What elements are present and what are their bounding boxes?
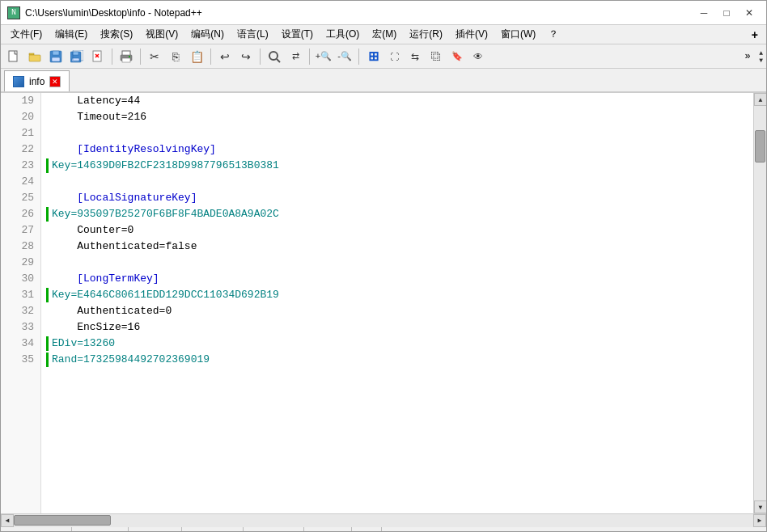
window-controls: ─ □ ✕ [693, 5, 760, 21]
vertical-scrollbar[interactable]: ▲ ▼ [753, 93, 766, 513]
code-line [46, 255, 753, 271]
code-text: Latency=44 [52, 93, 140, 109]
tb-replace-button[interactable]: ⇄ [286, 47, 305, 66]
svg-rect-2 [29, 55, 40, 61]
menu-add[interactable]: + [747, 27, 763, 43]
code-text: Authenticated=false [52, 239, 197, 255]
menu-encoding[interactable]: 编码(N) [184, 26, 231, 43]
code-line [46, 174, 753, 190]
tb-clone-button[interactable]: ⿻ [426, 47, 446, 66]
tb-zoomin-button[interactable]: +🔍 [314, 47, 333, 66]
svg-rect-4 [53, 51, 59, 55]
scroll-up-arrow[interactable]: ▲ [754, 93, 766, 106]
code-line: EDiv=13260 [46, 336, 753, 352]
tb-open-button[interactable] [25, 47, 44, 66]
scroll-track[interactable] [754, 106, 766, 500]
hscroll-track[interactable] [14, 514, 753, 527]
find-icon [268, 50, 281, 63]
menu-help[interactable]: ？ [542, 26, 565, 43]
toolbar-separator-5 [309, 49, 310, 65]
tb-save-all-button[interactable] [67, 47, 87, 66]
code-text: Key=E4646C80611EDD129DCC11034D692B19 [52, 287, 279, 303]
code-line: Rand=17325984492702369019 [46, 352, 753, 368]
change-bar [46, 353, 49, 367]
code-line: Latency=44 [46, 93, 753, 109]
code-line: [IdentityResolvingKey] [46, 141, 753, 158]
status-ins: IN [352, 527, 382, 532]
menu-macro[interactable]: 宏(M) [366, 26, 403, 43]
horizontal-scrollbar[interactable]: ◀ ▶ [1, 513, 766, 526]
menu-file[interactable]: 文件(F) [4, 26, 49, 43]
line-number: 27 [1, 222, 40, 239]
tb-save-button[interactable] [46, 47, 66, 66]
toolbar-separator-4 [260, 49, 261, 65]
code-area[interactable]: Latency=44 Timeout=216 [IdentityResolvin… [41, 93, 753, 513]
tb-redo-button[interactable]: ↪ [236, 47, 256, 66]
code-text: [LocalSignatureKey] [52, 190, 197, 206]
status-line: lin Ln : 6 [72, 527, 129, 532]
menu-settings[interactable]: 设置(T) [275, 26, 320, 43]
menu-window[interactable]: 窗口(W) [494, 26, 542, 43]
print-icon [120, 50, 133, 63]
tb-cut-button[interactable]: ✂ [145, 47, 164, 66]
code-line: Authenticated=false [46, 239, 753, 255]
menu-plugins[interactable]: 插件(V) [449, 26, 494, 43]
code-text: [LongTermKey] [52, 271, 159, 287]
minimize-button[interactable]: ─ [693, 5, 714, 21]
toolbar-scroll-up[interactable]: ▲ [759, 49, 763, 57]
maximize-button[interactable]: □ [716, 5, 737, 21]
line-number: 21 [1, 125, 40, 141]
tb-find-button[interactable] [265, 47, 284, 66]
tb-undo-button[interactable]: ↩ [215, 47, 235, 66]
status-col: Col : 13 [129, 527, 182, 532]
tb-wordwrap-button[interactable]: ⊞ [363, 47, 383, 66]
status-pos: Pos : 101 [182, 527, 244, 532]
menu-run[interactable]: 运行(R) [403, 26, 449, 43]
close-button[interactable]: ✕ [739, 5, 760, 21]
svg-line-18 [277, 59, 280, 62]
tb-zoomout-button[interactable]: -🔍 [335, 47, 354, 66]
tb-close-button[interactable] [88, 47, 108, 66]
menu-language[interactable]: 语言(L) [231, 26, 275, 43]
line-number: 26 [1, 206, 40, 222]
tb-new-button[interactable] [4, 47, 23, 66]
code-line: EncSize=16 [46, 319, 753, 336]
title-bar: N C:\Users\lumin\Desktop\info - Notepad+… [1, 1, 766, 25]
svg-point-16 [129, 56, 130, 57]
tb-sync-button[interactable]: ⇆ [405, 47, 425, 66]
toolbar-scroll-down[interactable]: ▼ [759, 57, 763, 64]
menu-search[interactable]: 搜索(S) [94, 26, 139, 43]
tb-fullscreen-button[interactable]: ⛶ [384, 47, 404, 66]
menu-view[interactable]: 视图(V) [139, 26, 184, 43]
line-number: 22 [1, 141, 40, 158]
toolbar-separator-1 [112, 49, 112, 65]
code-line: Timeout=216 [46, 109, 753, 125]
new-file-icon [7, 50, 20, 63]
save-all-icon [70, 50, 83, 63]
tb-eye-button[interactable]: 👁 [468, 47, 488, 66]
scroll-thumb[interactable] [755, 130, 765, 163]
menu-tools[interactable]: 工具(O) [320, 26, 366, 43]
tab-close-button[interactable]: ✕ [49, 76, 61, 87]
toolbar-separator-2 [140, 49, 141, 65]
tb-paste-button[interactable]: 📋 [187, 47, 206, 66]
line-number: 24 [1, 174, 40, 190]
tab-info[interactable]: info ✕ [4, 70, 70, 91]
line-number: 33 [1, 319, 40, 336]
line-numbers: 1920212223242526272829303132333435 [1, 93, 41, 513]
tb-bookmark-button[interactable]: 🔖 [447, 47, 467, 66]
menu-edit[interactable]: 编辑(E) [49, 26, 94, 43]
svg-point-17 [269, 52, 278, 60]
code-text: EDiv=13260 [52, 336, 115, 352]
status-encoding: UTF-8 [304, 527, 352, 532]
hscroll-right-arrow[interactable]: ▶ [753, 514, 766, 527]
scroll-down-arrow[interactable]: ▼ [754, 500, 766, 513]
tb-print-button[interactable] [117, 47, 136, 66]
hscroll-thumb[interactable] [14, 515, 111, 526]
code-text: EncSize=16 [52, 319, 140, 336]
toolbar-expand[interactable]: » [739, 47, 756, 66]
code-line: Counter=0 [46, 222, 753, 239]
tb-copy-button[interactable]: ⎘ [166, 47, 185, 66]
line-number: 19 [1, 93, 40, 109]
hscroll-left-arrow[interactable]: ◀ [1, 514, 14, 527]
